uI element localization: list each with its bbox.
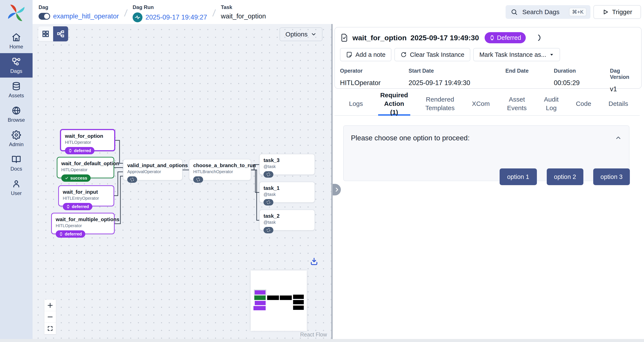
edge [251, 170, 259, 192]
node-operator: @task [264, 192, 311, 197]
database-icon [12, 82, 21, 91]
task-node-wait-for-option[interactable]: wait_for_option HITLOperator deferred [60, 129, 115, 151]
required-action-prompt: Please choose one option to proceed: [351, 134, 470, 142]
check-icon [65, 176, 68, 180]
edge [115, 140, 123, 163]
state-badge-deferred: deferred [65, 147, 94, 154]
sidebar-item-admin[interactable]: Admin [0, 126, 32, 151]
dag-run-link[interactable]: 2025-09-17 19:49:27 [146, 14, 207, 21]
zoom-out-button[interactable] [44, 311, 56, 323]
minimap-node-task-1 [293, 300, 304, 304]
node-operator: @task [264, 220, 311, 225]
tab-xcom[interactable]: XCom [470, 93, 492, 116]
tab-code[interactable]: Code [574, 93, 594, 116]
dag-version-label: Dag Version [610, 68, 636, 80]
play-icon [602, 9, 609, 15]
graph-minimap[interactable] [251, 270, 307, 331]
tab-logs[interactable]: Logs [347, 93, 365, 116]
tab-audit-log[interactable]: Audit Log [542, 93, 561, 116]
minimap-node-wait-for-input [255, 301, 266, 305]
node-title: wait_for_input [63, 189, 110, 195]
dag-pause-toggle[interactable] [38, 13, 50, 20]
trigger-button[interactable]: Trigger [594, 5, 641, 19]
option-1-button[interactable]: option 1 [500, 168, 537, 185]
download-graph-button[interactable] [309, 256, 319, 266]
airflow-logo[interactable] [5, 2, 28, 24]
graph-view-switcher [38, 26, 68, 41]
user-icon [12, 179, 21, 188]
dag-link[interactable]: example_hitl_operator [53, 12, 119, 20]
zoom-in-button[interactable] [44, 300, 56, 311]
mark-task-instance-as-dropdown[interactable]: Mark Task Instance as... [473, 48, 560, 61]
mark-task-instance-as-label: Mark Task Instance as... [479, 51, 546, 58]
sidebar-item-dags[interactable]: Dags [0, 53, 32, 78]
breadcrumb-dag-run: Dag Run 2025-09-17 19:49:27 [132, 2, 207, 22]
node-operator: HITLBranchOperator [193, 169, 247, 174]
refresh-icon [400, 52, 407, 58]
watch-icon [68, 149, 72, 152]
graph-view-button[interactable] [53, 26, 68, 41]
tab-details[interactable]: Details [606, 93, 630, 116]
horizontal-scrollbar-track[interactable] [0, 339, 644, 342]
watch-icon [489, 35, 495, 40]
task-node-wait-for-multiple-options[interactable]: wait_for_multiple_options HITLOperator d… [51, 213, 114, 234]
dags-icon [12, 57, 21, 66]
sidebar-item-assets[interactable]: Assets [0, 78, 32, 102]
node-operator: HITLOperator [61, 167, 110, 172]
topbar: Dag example_hitl_operator / Dag Run 2025… [32, 0, 644, 24]
tab-asset-events[interactable]: Asset Events [505, 93, 529, 116]
minus-icon [47, 314, 53, 320]
no-status-icon [267, 200, 270, 204]
breadcrumb: Dag example_hitl_operator / Dag Run 2025… [38, 2, 266, 22]
minimap-node-wait-for-multiple-options [254, 306, 266, 310]
task-node-task-1[interactable]: task_1 @task [259, 182, 315, 203]
collapse-card-button[interactable] [615, 134, 622, 141]
search-dags-input[interactable]: Search Dags ⌘+K [506, 5, 590, 19]
home-icon [12, 32, 21, 42]
graph-options-button[interactable]: Options [280, 28, 322, 41]
task-node-choose-a-branch-to-run[interactable]: choose_a_branch_to_run HITLBranchOperato… [189, 159, 251, 180]
state-badge-no-status [264, 199, 273, 206]
minimap-node-valid-input-and-options [267, 296, 279, 300]
plus-icon [47, 302, 53, 308]
book-icon [12, 155, 21, 164]
task-node-task-2[interactable]: task_2 @task [259, 210, 315, 230]
add-note-button[interactable]: Add a note [340, 48, 392, 61]
task-node-wait-for-default-option[interactable]: wait_for_default_option HITLOperator suc… [57, 157, 114, 178]
dag-graph-canvas[interactable]: Options wait_for_option HITLOperator def… [32, 24, 331, 342]
sidebar-item-docs[interactable]: Docs [0, 151, 32, 175]
node-title: task_1 [264, 185, 311, 191]
sidebar-item-label: Docs [10, 166, 22, 172]
dag-label: Dag [38, 4, 119, 10]
react-flow-attribution[interactable]: React Flow [300, 332, 327, 338]
node-title: wait_for_default_option [61, 160, 110, 166]
panel-resize-divider[interactable] [331, 24, 333, 342]
grid-view-button[interactable] [38, 26, 53, 41]
state-badge-no-status [264, 227, 273, 233]
option-3-button[interactable]: option 3 [593, 168, 630, 185]
tab-required-action[interactable]: Required Action (1) [378, 93, 410, 116]
task-node-valid-input-and-options[interactable]: valid_input_and_options ApprovalOperator [123, 159, 182, 180]
sidebar-item-browse[interactable]: Browse [0, 102, 32, 126]
zoom-controls [44, 300, 56, 334]
clear-task-instance-button[interactable]: Clear Task Instance [394, 48, 470, 61]
sidebar-item-home[interactable]: Home [0, 29, 32, 53]
fit-view-button[interactable] [44, 323, 56, 334]
node-operator: @task [264, 164, 311, 169]
start-date-value: 2025-09-17 19:49:30 [408, 79, 506, 87]
tab-rendered-templates[interactable]: Rendered Templates [423, 93, 457, 116]
task-node-wait-for-input[interactable]: wait_for_input HITLEntryOperator deferre… [58, 185, 114, 206]
minimap-node-choose-a-branch-to-run [280, 296, 292, 300]
end-date-value [506, 79, 554, 87]
loading-spinner [533, 34, 541, 42]
minimap-node-task-3 [293, 295, 304, 299]
no-status-icon [267, 173, 270, 176]
task-instance-timestamp: 2025-09-17 19:49:30 [410, 34, 479, 42]
dag-version-value: v1 [610, 85, 636, 94]
sidebar-item-user[interactable]: User [0, 175, 32, 200]
duration-value: 00:05:29 [554, 79, 610, 87]
task-node-task-3[interactable]: task_3 @task [259, 154, 315, 175]
option-2-button[interactable]: option 2 [547, 168, 583, 185]
dag-run-label: Dag Run [132, 4, 207, 10]
task-instance-title: wait_for_option [352, 34, 406, 42]
